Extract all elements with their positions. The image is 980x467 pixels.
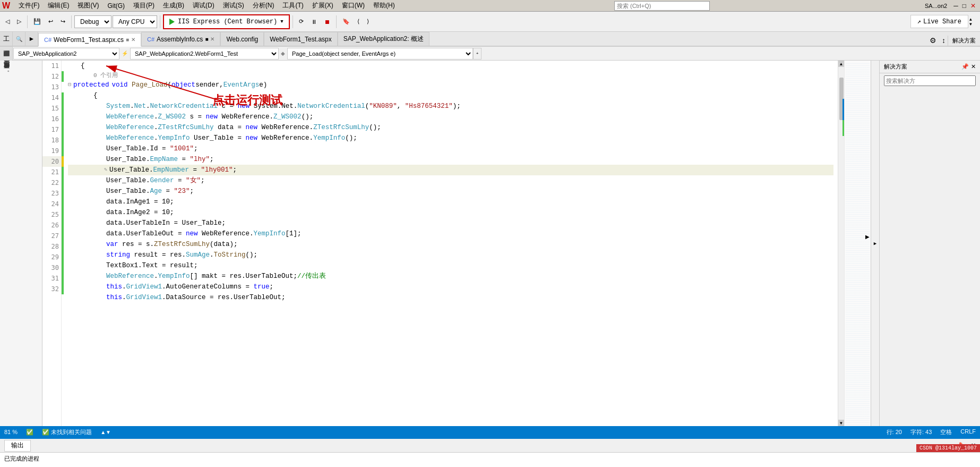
menu-project[interactable]: 项目(P) [129,0,159,11]
code-line-19: User_Table.EmpName = "lhy"; [68,154,833,165]
redo-btn[interactable]: ↪ [57,16,68,27]
forward-btn[interactable]: ▷ [14,16,24,27]
status-encoding[interactable]: CRLF [960,428,976,436]
live-share-icon: ↗ [917,18,921,26]
ns-expand-btn[interactable]: + [473,48,482,60]
code-text[interactable]: { 0 个引用 ⊟ protected void Page_Load( obje… [64,61,838,426]
code-line-26: data.UserTableOut = new WebReference.Yem… [68,228,833,239]
refresh-btn[interactable]: ⟳ [296,16,307,27]
code-line-16: WebReference.ZTestRfcSumLhy data = new W… [68,122,833,133]
solution-search-input[interactable] [884,75,976,86]
right-panel-close[interactable]: ✕ [971,63,976,70]
status-dropdown[interactable]: ▲▼ [100,429,111,435]
close-btn[interactable]: ✕ [968,2,978,10]
live-share-button[interactable]: ↗ Live Share [910,15,968,28]
status-line[interactable]: 行: 20 [887,428,902,436]
code-line-28: string result = res.SumAge.ToString(); [68,250,833,260]
menu-file[interactable]: 文件(F) [14,0,44,11]
cpu-config-dropdown[interactable]: Any CPU [113,15,157,28]
tab-webform1-test[interactable]: C# WebForm1_Test.aspx.cs ■ ✕ [38,33,141,47]
pause-btn[interactable]: ⏸ [308,16,320,27]
code-line-30: WebReference.YempInfo[] makt = res.UserT… [68,271,833,282]
menu-analyze[interactable]: 分析(N) [248,0,279,11]
menu-view[interactable]: 视图(V) [73,0,103,11]
ln-22: 22 [42,177,61,188]
right-panel-pin[interactable]: 📌 [961,63,969,70]
tab-assemblyinfo[interactable]: C# AssemblyInfo.cs ■ ✕ [141,32,220,46]
save-all-btn[interactable]: 💾 [30,16,44,27]
kw-void: void Page_Load( [112,80,172,90]
namespace-bar: ⬛ SAP_WebApplication2 ⚡ SAP_WebApplicati… [0,47,980,61]
right-panel-search[interactable] [880,73,980,88]
ln-30: 30 [42,262,61,273]
settings-gear-btn[interactable]: ⚙ [926,35,940,46]
scroll-down-btn[interactable]: ▼ [838,420,844,426]
ln-25: 25 [42,209,61,220]
app-logo: W [2,1,10,11]
status-zoom[interactable]: 81 % [4,429,18,435]
toolbar-expand[interactable]: ▲ ▼ [969,17,978,27]
menu-test[interactable]: 测试(S) [219,0,248,11]
undo-btn[interactable]: ↩ [45,16,56,27]
tab-webconfig[interactable]: Web.config [220,32,264,46]
code-editor[interactable]: 11 12 13 14 15 16 17 18 19 20 21 22 23 2… [42,61,871,426]
code-line-31: this.GridView1.AutoGenerateColumns = tru… [68,282,833,292]
menu-window[interactable]: 窗口(W) [338,0,369,11]
restore-btn[interactable]: □ [960,2,968,10]
tab-label-3: Web.config [226,36,258,43]
project-dropdown[interactable]: SAP_WebApplication2 [13,48,119,60]
expand-toggle[interactable]: ► [25,32,38,46]
ln-24: 24 [42,199,61,209]
code-line-20: ✎ User_Table.EmpNumber = "lhy001"; [68,165,833,175]
run-dropdown-arrow[interactable]: ▼ [280,19,283,24]
code-content-20: User_Table.EmpNumber = "lhy001"; [109,165,237,175]
menu-extensions[interactable]: 扩展(X) [308,0,338,11]
search-input[interactable] [614,1,710,11]
nav-btn-1[interactable]: ⟨ [354,16,363,27]
vertical-scrollbar[interactable]: ▲ ▼ [838,61,844,426]
tab-label: WebForm1_Test.aspx.cs [54,36,124,44]
right-panel-content [880,88,980,426]
tab-sap-overview[interactable]: SAP_WebApplication2: 概述 [338,32,429,46]
menu-git[interactable]: Git(G) [103,1,129,11]
code-content-31: this.GridView1.AutoGenerateColumns = tru… [106,282,273,292]
tab-close-btn[interactable]: ✕ [131,37,135,43]
ln-21: 21 [42,167,61,177]
collapse-btn-12[interactable]: ⊟ [68,80,71,90]
nav-btn-2[interactable]: ⟩ [364,16,372,27]
menu-debug[interactable]: 调试(D) [188,0,219,11]
menu-help[interactable]: 帮助(H) [369,0,399,11]
toolbar: ◁ ▷ 💾 ↩ ↪ Debug Any CPU IIS Express (Cen… [0,12,980,32]
sidebar-toggle[interactable]: 工 [0,32,13,46]
sidebar-description: 此组中没有可用的控件。将某项拖至此 [0,63,42,77]
code-content-22: User_Table.Age = "23"; [106,186,194,197]
run-button[interactable]: IIS Express (Cent Browser) ▼ [163,14,290,29]
bookmark-btn[interactable]: 🔖 [339,16,353,27]
ln-15: 15 [42,103,61,114]
menu-edit[interactable]: 编辑(E) [44,0,73,11]
status-spaces[interactable]: 空格 [940,428,952,436]
status-char[interactable]: 字符: 43 [910,428,932,436]
menu-tools[interactable]: 工具(T) [278,0,307,11]
output-tab[interactable]: 输出 [4,440,31,452]
tab-close-btn-2[interactable]: ✕ [210,36,214,42]
search-toggle[interactable]: 🔍 [13,32,25,46]
tab-webform1-aspx[interactable]: WebForm1_Test.aspx [264,32,338,46]
tab-bar-right: ⚙ ↕ [926,35,948,46]
stop-btn[interactable]: ⏹ [321,16,333,27]
code-content-26: data.UserTableOut = new WebReference.Yem… [106,228,302,239]
back-btn[interactable]: ◁ [2,16,13,27]
debug-config-dropdown[interactable]: Debug [74,15,111,28]
scroll-up-btn[interactable]: ▲ [838,61,844,67]
panel-expand-btn[interactable]: ↕ [940,36,948,46]
method-dropdown[interactable]: Page_Load(object sender, EventArgs e) [287,48,473,60]
toolbar-sep-5 [336,15,337,28]
menu-build[interactable]: 生成(B) [159,0,188,11]
minimize-btn[interactable]: ─ [951,2,960,10]
right-expand-btn[interactable]: ▶ [865,234,872,240]
right-collapse-btn[interactable]: ▶ [871,61,879,426]
status-bar: 81 % ✅ ✅ 未找到相关问题 ▲▼ 行: 20 字符: 43 空格 CRLF [0,426,980,438]
scroll-track [838,67,844,420]
ln-26: 26 [42,220,61,231]
class-dropdown[interactable]: SAP_WebApplication2.WebForm1_Test [130,48,279,60]
